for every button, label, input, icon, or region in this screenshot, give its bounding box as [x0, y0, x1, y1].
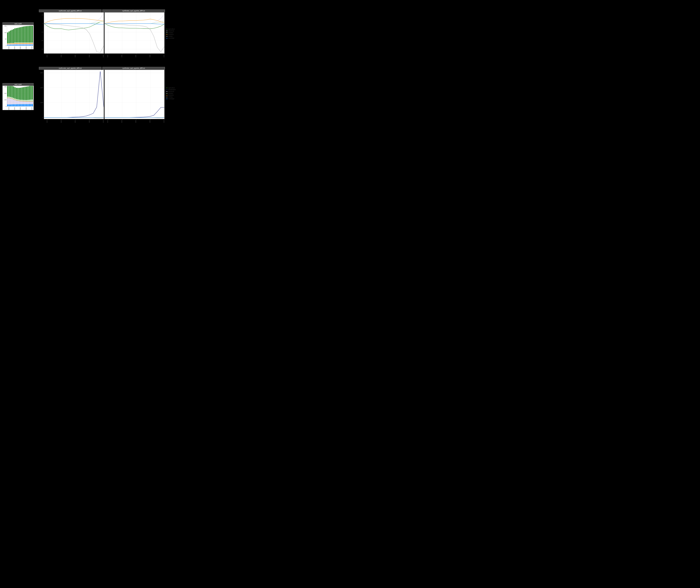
svg-rect-184	[7, 104, 8, 106]
svg-rect-273	[27, 86, 29, 100]
svg-rect-87	[26, 44, 27, 45]
svg-rect-85	[25, 26, 26, 43]
svg-rect-107	[30, 43, 31, 44]
legend-label: industry	[168, 93, 173, 94]
svg-rect-78	[23, 43, 24, 43]
svg-rect-241	[20, 101, 21, 101]
svg-rect-29	[11, 43, 13, 44]
svg-rect-282	[30, 101, 31, 102]
svg-rect-185	[7, 98, 8, 104]
svg-text:100: 100	[4, 32, 6, 33]
svg-rect-204	[11, 99, 13, 99]
svg-text:2020: 2020	[107, 55, 108, 57]
legend-label: municipal	[168, 98, 174, 100]
svg-text:2020: 2020	[107, 120, 108, 123]
svg-rect-218	[14, 99, 16, 100]
legend-swatch	[166, 99, 168, 99]
legend-swatch	[166, 93, 168, 94]
svg-rect-9	[7, 44, 8, 45]
svg-rect-256	[25, 104, 26, 106]
svg-text:2080: 2080	[89, 55, 90, 57]
row1-big-panel: rcp45cooler_ssp3_agyields_diffPrcnt rcp4…	[39, 10, 165, 57]
svg-rect-26	[11, 45, 13, 46]
svg-rect-27	[11, 44, 13, 45]
svg-rect-11	[7, 44, 8, 44]
svg-rect-189	[7, 86, 8, 97]
svg-rect-258	[25, 101, 26, 102]
svg-rect-39	[14, 44, 16, 45]
svg-text:2020: 2020	[46, 55, 48, 57]
svg-rect-102	[29, 43, 30, 43]
svg-rect-34	[13, 44, 14, 44]
svg-text:-10: -10	[41, 31, 43, 33]
svg-rect-17	[9, 44, 10, 44]
svg-rect-35	[13, 43, 14, 44]
svg-rect-89	[26, 43, 27, 44]
svg-rect-109	[30, 26, 31, 43]
svg-text:2100: 2100	[31, 107, 33, 110]
svg-rect-73	[22, 27, 23, 42]
legend-item-agriculture: agriculture	[166, 28, 175, 30]
svg-rect-48	[16, 43, 17, 43]
svg-rect-28	[11, 44, 13, 44]
svg-rect-21	[10, 44, 11, 45]
svg-text:1000: 1000	[40, 102, 43, 103]
svg-rect-77	[23, 43, 24, 44]
svg-rect-57	[19, 44, 20, 45]
svg-rect-243	[20, 88, 21, 100]
svg-rect-286	[32, 104, 33, 106]
legend-swatch	[166, 91, 168, 92]
svg-text:2080: 2080	[149, 120, 151, 123]
svg-rect-232	[19, 104, 20, 106]
legend-label: agriculture	[168, 28, 175, 30]
svg-rect-18	[9, 43, 10, 44]
svg-rect-260	[25, 100, 26, 101]
svg-rect-223	[16, 100, 17, 100]
row2-big-strip-0: rcp45cooler_ssp3_agyields_diffPrcnt	[39, 67, 101, 70]
legend-item-mining: mining	[166, 96, 176, 98]
row1-big-plot: -30-20-100102020204020602080210020202040…	[39, 12, 165, 58]
svg-rect-307	[44, 70, 104, 119]
svg-rect-113	[32, 43, 33, 44]
svg-rect-291	[32, 86, 33, 100]
svg-rect-274	[29, 104, 30, 106]
svg-rect-76	[23, 44, 24, 44]
legend-label: electricity	[168, 91, 174, 92]
legend-swatch	[166, 33, 168, 33]
svg-rect-46	[16, 44, 17, 44]
svg-rect-72	[22, 43, 23, 43]
svg-text:2040: 2040	[60, 120, 62, 123]
svg-rect-239	[20, 101, 21, 104]
svg-rect-276	[29, 101, 30, 102]
svg-rect-24	[10, 43, 11, 43]
svg-rect-56	[19, 45, 20, 46]
svg-rect-91	[26, 26, 27, 43]
svg-rect-60	[19, 43, 20, 43]
row2-legend: agriculturedesalinationelectricityindust…	[166, 87, 176, 100]
svg-rect-54	[17, 43, 18, 43]
svg-text:2080: 2080	[149, 55, 151, 57]
svg-rect-36	[13, 43, 14, 43]
legend-label: agriculture	[168, 87, 175, 89]
legend-swatch	[166, 36, 168, 37]
legend-label: electricity	[168, 30, 174, 32]
svg-rect-259	[25, 101, 26, 101]
svg-rect-188	[7, 97, 8, 98]
svg-rect-268	[27, 104, 29, 106]
svg-rect-279	[29, 86, 30, 100]
svg-rect-200	[10, 97, 11, 98]
svg-rect-58	[19, 44, 20, 44]
svg-rect-100	[29, 44, 30, 44]
svg-text:100: 100	[4, 99, 6, 101]
svg-rect-219	[14, 87, 16, 99]
svg-rect-98	[29, 45, 30, 46]
row2-small-plot: 010020030020202040206020802100	[3, 86, 34, 110]
svg-rect-208	[13, 104, 14, 106]
svg-rect-257	[25, 102, 26, 104]
svg-rect-222	[16, 100, 17, 101]
svg-rect-62	[20, 45, 21, 46]
svg-rect-231	[17, 88, 18, 99]
svg-rect-198	[10, 98, 11, 99]
svg-rect-30	[11, 43, 13, 43]
svg-rect-240	[20, 101, 21, 101]
